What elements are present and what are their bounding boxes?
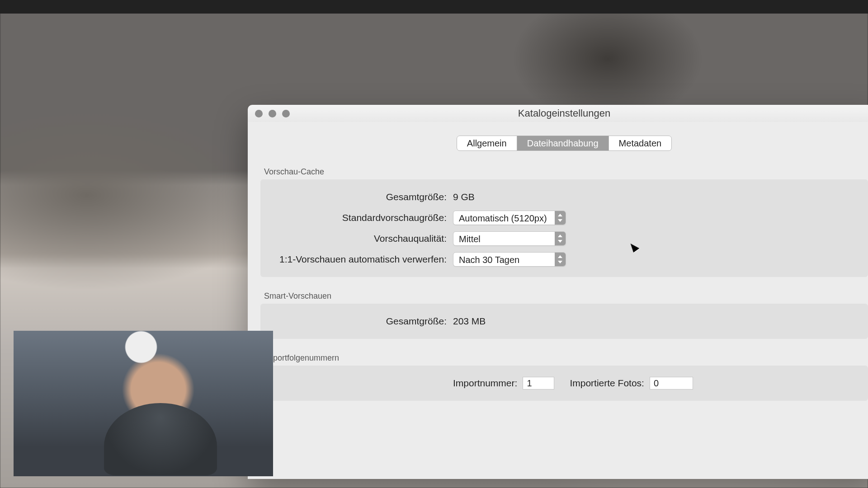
label-imported-photos: Importierte Fotos: (570, 378, 644, 389)
select-value: Automatisch (5120px) (459, 213, 547, 223)
tab-metadata[interactable]: Metadaten (609, 136, 672, 150)
input-import-number[interactable] (523, 377, 554, 389)
pair-imported-photos: Importierte Fotos: (570, 377, 693, 389)
section-preview-cache: Gesamtgröße: 9 GB Standardvorschaugröße:… (260, 179, 868, 277)
app-top-bar (0, 0, 868, 14)
tab-filehandling[interactable]: Dateihandhabung (517, 136, 609, 150)
value-smart-total-size: 203 MB (453, 316, 486, 327)
label-default-preview-size: Standardvorschaugröße: (270, 212, 453, 223)
webcam-picture-in-picture (14, 331, 273, 476)
window-traffic-lights (255, 110, 290, 117)
input-imported-photos[interactable] (650, 377, 693, 389)
select-value: Nach 30 Tagen (459, 255, 519, 265)
row-smart-total-size: Gesamtgröße: 203 MB (270, 311, 858, 332)
tab-segmented-control: Allgemein Dateihandhabung Metadaten (457, 136, 672, 151)
section-label-preview-cache: Vorschau-Cache (260, 167, 868, 179)
tab-general[interactable]: Allgemein (457, 136, 517, 150)
section-import-numbers: Importnummer: Importierte Fotos: (260, 366, 868, 401)
pair-import-number: Importnummer: (453, 377, 554, 389)
row-import-numbers: Importnummer: Importierte Fotos: (270, 373, 858, 394)
label-preview-quality: Vorschauqualität: (270, 233, 453, 244)
section-label-import-numbers: Importfolgenummern (260, 353, 868, 366)
select-value: Mittel (459, 234, 481, 244)
window-title: Katalogeinstellungen (248, 108, 868, 119)
minimize-icon[interactable] (269, 110, 276, 117)
close-icon[interactable] (255, 110, 263, 117)
select-preview-quality[interactable]: Mittel (453, 231, 566, 246)
settings-panel: Vorschau-Cache Gesamtgröße: 9 GB Standar… (260, 167, 868, 401)
stepper-icon (555, 232, 566, 245)
zoom-icon[interactable] (282, 110, 290, 117)
section-smart-previews: Gesamtgröße: 203 MB (260, 304, 868, 339)
select-default-preview-size[interactable]: Automatisch (5120px) (453, 211, 566, 225)
select-discard-1-1[interactable]: Nach 30 Tagen (453, 252, 566, 267)
catalog-settings-window: Katalogeinstellungen Allgemein Dateihand… (248, 105, 868, 479)
row-preview-quality: Vorschauqualität: Mittel (270, 228, 858, 249)
label-smart-total-size: Gesamtgröße: (270, 316, 453, 327)
label-import-number: Importnummer: (453, 378, 517, 389)
window-titlebar[interactable]: Katalogeinstellungen (248, 105, 868, 122)
row-default-preview-size: Standardvorschaugröße: Automatisch (5120… (270, 207, 858, 228)
stepper-icon (555, 211, 566, 225)
value-total-size: 9 GB (453, 192, 475, 202)
tab-bar: Allgemein Dateihandhabung Metadaten (248, 136, 868, 151)
section-label-smart-previews: Smart-Vorschauen (260, 291, 868, 304)
stepper-icon (555, 253, 566, 266)
label-total-size: Gesamtgröße: (270, 192, 453, 202)
label-discard-1-1: 1:1-Vorschauen automatisch verwerfen: (270, 254, 453, 265)
row-discard-1-1: 1:1-Vorschauen automatisch verwerfen: Na… (270, 249, 858, 270)
row-total-size: Gesamtgröße: 9 GB (270, 187, 858, 207)
window-body: Allgemein Dateihandhabung Metadaten Vors… (248, 122, 868, 479)
